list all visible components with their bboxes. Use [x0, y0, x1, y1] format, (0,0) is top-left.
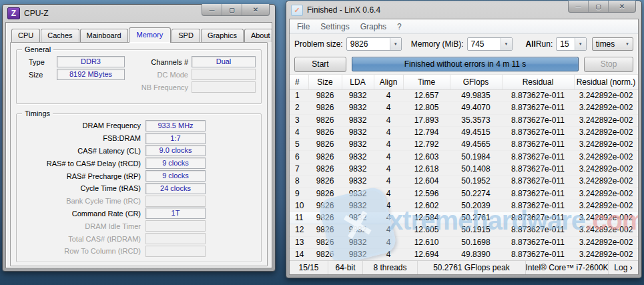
table-cell: 9826 [308, 224, 342, 236]
start-button[interactable]: Start [294, 57, 346, 72]
minimize-icon[interactable]: — [202, 4, 222, 15]
table-row[interactable]: 498269832412.79449.45158.873627e-0113.24… [290, 126, 638, 138]
table-cell: 9832 [342, 114, 374, 126]
field-value [145, 196, 206, 207]
column-header-align[interactable]: Align [374, 75, 403, 90]
field-label: Total CAS# (tRDRAM) [22, 235, 141, 243]
menu-item-graphs[interactable]: Graphs [356, 21, 391, 33]
table-cell: 4 [374, 114, 403, 126]
menu-item-file[interactable]: File [292, 21, 314, 33]
table-row[interactable]: 1198269832412.58450.27618.873627e-0113.2… [290, 212, 638, 224]
tab-graphics[interactable]: Graphics [201, 29, 244, 42]
table-cell: 8.873627e-011 [502, 200, 574, 212]
field-value: Dual [192, 56, 256, 67]
tab-spd[interactable]: SPD [172, 29, 200, 42]
column-header-size[interactable]: Size [308, 75, 342, 90]
table-row[interactable]: 1398269832412.61050.16988.873627e-0113.2… [290, 236, 638, 248]
run-count-value: 15 [557, 39, 574, 49]
table-row[interactable]: 998269832412.59650.22748.873627e-0113.24… [290, 188, 638, 200]
cpuz-titlebar[interactable]: Z CPU-Z — ▢ ✕ [5, 5, 272, 22]
general-left-column: TypeDDR3Size8192 MBytes [22, 55, 129, 93]
table-cell: 50.1952 [450, 176, 502, 188]
tab-memory[interactable]: Memory [129, 27, 172, 43]
table-cell: 12.610 [403, 236, 450, 248]
column-header-residual[interactable]: Residual [502, 75, 574, 90]
table-cell: 50.1915 [450, 224, 502, 236]
table-cell: 49.4515 [450, 126, 502, 138]
tab-mainboard[interactable]: Mainboard [80, 29, 128, 42]
menu-item-settings[interactable]: Settings [316, 21, 354, 33]
linx-titlebar[interactable]: ✓ Finished - LinX 0.6.4 — ▢ ✕ [289, 1, 639, 19]
table-cell: 9826 [308, 176, 342, 188]
chevron-down-icon: ▼ [390, 38, 401, 50]
minimize-icon[interactable]: — [569, 1, 589, 12]
table-row[interactable]: 898269832412.60450.19528.873627e-0113.24… [290, 176, 638, 188]
table-cell: 49.8390 [450, 248, 502, 260]
table-cell: 6 [290, 151, 308, 163]
table-cell: 4 [374, 224, 403, 236]
run-count-select[interactable]: 15 ▼ [556, 37, 586, 51]
table-row[interactable]: 1298269832412.60550.19158.873627e-0113.2… [290, 224, 638, 236]
column-header-gflops[interactable]: GFlops [450, 75, 502, 90]
column-header-time[interactable]: Time [403, 75, 450, 90]
maximize-icon[interactable]: ▢ [589, 1, 609, 12]
table-row[interactable]: 598269832412.79249.45658.873627e-0113.24… [290, 139, 638, 151]
linx-toolbar: Problem size: 9826 ▼ Memory (MiB): 745 ▼… [290, 34, 638, 54]
field-row: Size8192 MBytes [22, 68, 129, 81]
table-cell: 9826 [308, 188, 342, 200]
column-header--[interactable]: # [290, 75, 308, 90]
column-header-lda[interactable]: LDA [342, 75, 374, 90]
cpuz-window-title: CPU-Z [24, 9, 49, 18]
field-label: FSB:DRAM [22, 134, 141, 142]
table-cell: 50.1408 [450, 163, 502, 175]
table-cell: 12.657 [403, 90, 450, 102]
field-label: RAS# to CAS# Delay (tRCD) [22, 160, 141, 168]
table-row[interactable]: 698269832412.60350.19848.873627e-0113.24… [290, 151, 638, 163]
table-row[interactable]: 198269832412.65749.98358.873627e-0113.24… [290, 90, 638, 102]
table-row[interactable]: 798269832412.61850.14088.873627e-0113.24… [290, 163, 638, 175]
table-cell: 12.602 [403, 200, 450, 212]
all-label: All [526, 39, 536, 49]
close-icon[interactable]: ✕ [242, 4, 269, 15]
run-label: Run: [536, 39, 553, 49]
field-row: DRAM Frequency933.5 MHz [22, 119, 256, 132]
run-mode-value: times [593, 39, 622, 49]
table-cell: 9826 [308, 248, 342, 260]
table-cell: 3.242892e-002 [574, 200, 638, 212]
table-cell: 12.596 [403, 188, 450, 200]
table-cell: 3.242892e-002 [574, 90, 638, 102]
problem-size-select[interactable]: 9826 ▼ [346, 37, 402, 51]
field-value: 24 clocks [145, 183, 206, 194]
table-cell: 4 [374, 236, 403, 248]
table-cell: 12.792 [403, 139, 450, 151]
linx-statusbar: 15/1564-bit8 threads50.2761 GFlops peakI… [290, 260, 638, 274]
table-cell: 9826 [308, 102, 342, 114]
table-cell: 3.242892e-002 [574, 102, 638, 114]
table-row[interactable]: 1498269832412.69449.83908.873627e-0113.2… [290, 248, 638, 260]
table-cell: 5 [290, 139, 308, 151]
menu-item-help[interactable]: ? [392, 21, 406, 33]
table-row[interactable]: 1098269832412.60250.20398.873627e-0113.2… [290, 200, 638, 212]
run-mode-select[interactable]: times ▼ [592, 37, 633, 51]
results-header-row[interactable]: #SizeLDAAlignTimeGFlopsResidualResidual … [290, 75, 638, 90]
field-row: CAS# Latency (CL)9.0 clocks [22, 145, 256, 158]
maximize-icon[interactable]: ▢ [222, 4, 242, 15]
column-header-residual-norm-[interactable]: Residual (norm.) [574, 75, 638, 90]
field-row: RAS# to CAS# Delay (tRCD)9 clocks [22, 157, 256, 170]
table-cell: 12.605 [403, 224, 450, 236]
memory-select[interactable]: 745 ▼ [467, 37, 513, 51]
tab-about[interactable]: About [244, 29, 272, 42]
problem-size-label: Problem size: [294, 39, 343, 49]
cpuz-caption-buttons: — ▢ ✕ [202, 4, 270, 16]
table-cell: 8.873627e-011 [502, 224, 574, 236]
field-label: DRAM Idle Timer [22, 222, 141, 230]
tab-caches[interactable]: Caches [41, 29, 79, 42]
stop-button[interactable]: Stop [584, 57, 633, 72]
table-cell: 3.242892e-002 [574, 176, 638, 188]
table-cell: 9826 [308, 212, 342, 224]
close-icon[interactable]: ✕ [609, 1, 635, 12]
log-button[interactable]: Log › [609, 261, 638, 274]
table-row[interactable]: 298269832412.80549.40708.873627e-0113.24… [290, 102, 638, 114]
table-row[interactable]: 398269832417.89335.35738.873627e-0113.24… [290, 114, 638, 126]
tab-cpu[interactable]: CPU [11, 29, 40, 42]
